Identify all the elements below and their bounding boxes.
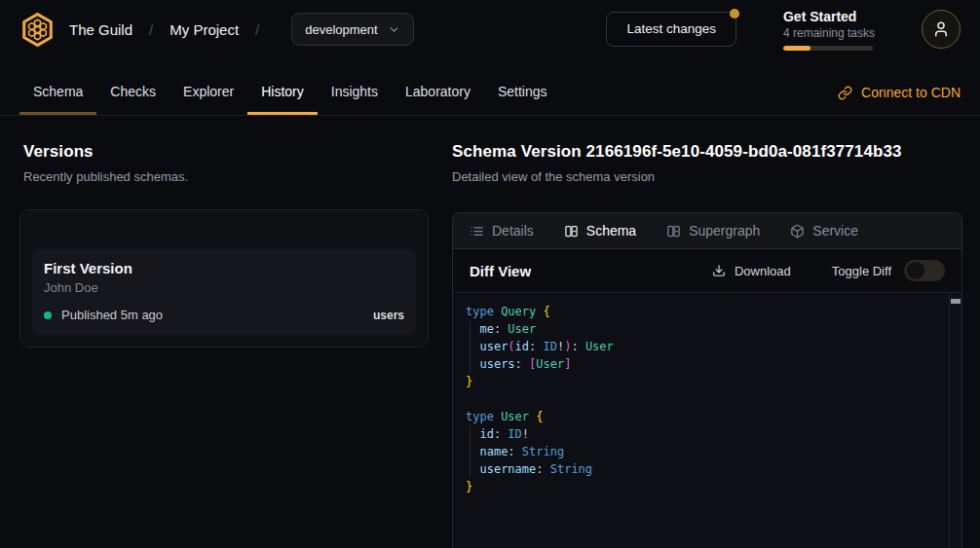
- breadcrumb-project[interactable]: My Project: [170, 21, 239, 38]
- environment-selector[interactable]: development: [291, 13, 413, 46]
- person-icon: [932, 20, 950, 38]
- version-author: John Doe: [44, 280, 404, 295]
- versions-subtitle: Recently published schemas.: [23, 169, 429, 184]
- get-started-progress-bar: [783, 46, 873, 51]
- get-started-progress-fill: [783, 46, 810, 51]
- code-line: name: String: [466, 443, 938, 460]
- toggle-diff-knob: [907, 262, 924, 279]
- diff-view-title: Diff View: [470, 263, 531, 279]
- detail-tabs: DetailsSchemaSupergraphService: [453, 213, 961, 249]
- versions-title: Versions: [23, 142, 429, 162]
- tab-insights[interactable]: Insights: [318, 70, 392, 115]
- tab-history[interactable]: History: [247, 70, 318, 115]
- detail-tab-schema[interactable]: Schema: [564, 223, 636, 238]
- breadcrumb-org[interactable]: The Guild: [69, 21, 132, 38]
- tab-checks[interactable]: Checks: [96, 70, 170, 115]
- connect-to-cdn-label: Connect to CDN: [861, 85, 961, 100]
- breadcrumb-separator: /: [255, 21, 259, 38]
- version-name: First Version: [44, 260, 404, 276]
- app-header: The Guild / My Project / development Lat…: [0, 0, 980, 58]
- tab-explorer[interactable]: Explorer: [170, 70, 247, 115]
- get-started-subtitle: 4 remaining tasks: [783, 26, 875, 40]
- diff-view-actions: Download Toggle Diff: [712, 260, 945, 281]
- main-content: Versions Recently published schemas. Fir…: [0, 116, 980, 548]
- latest-changes-label: Latest changes: [626, 21, 716, 36]
- detail-tab-supergraph[interactable]: Supergraph: [666, 223, 760, 238]
- download-label: Download: [735, 264, 791, 278]
- tab-settings[interactable]: Settings: [484, 70, 561, 115]
- get-started-widget[interactable]: Get Started 4 remaining tasks: [783, 9, 875, 51]
- diff-view-toolbar: Diff View Download Toggle Diff: [453, 249, 961, 293]
- version-service-badge: users: [373, 309, 404, 322]
- list-icon: [470, 224, 484, 238]
- detail-tab-service[interactable]: Service: [790, 223, 858, 238]
- hive-logo[interactable]: [19, 12, 56, 48]
- breadcrumb: The Guild / My Project /: [69, 21, 276, 38]
- tab-schema[interactable]: Schema: [19, 70, 96, 115]
- schema-version-panel: Schema Version 2166196f-5e10-4059-bd0a-0…: [452, 142, 962, 548]
- get-started-title: Get Started: [783, 9, 875, 24]
- version-status: Published 5m ago: [61, 308, 163, 322]
- cube-icon: [790, 224, 805, 238]
- published-status-dot: [44, 311, 52, 319]
- code-line: me: User: [466, 320, 938, 338]
- code-line: }: [466, 373, 938, 390]
- code-line: type Query {: [466, 303, 938, 320]
- schema-code-viewer: type Query { me: User user(id: ID!): Use…: [453, 293, 961, 548]
- columns-icon: [564, 224, 579, 238]
- schema-version-detail-box: DetailsSchemaSupergraphService Diff View…: [452, 212, 962, 548]
- header-right-cluster: Latest changes Get Started 4 remaining t…: [606, 9, 961, 51]
- primary-nav: SchemaChecksExplorerHistoryInsightsLabor…: [0, 70, 980, 116]
- latest-changes-button[interactable]: Latest changes: [606, 12, 736, 47]
- nav-tabs: SchemaChecksExplorerHistoryInsightsLabor…: [19, 70, 561, 115]
- toggle-diff-switch[interactable]: [904, 260, 945, 281]
- download-button[interactable]: Download: [712, 264, 791, 278]
- columns-icon: [666, 224, 681, 238]
- detail-tab-details[interactable]: Details: [470, 223, 534, 238]
- schema-version-title: Schema Version 2166196f-5e10-4059-bd0a-0…: [452, 142, 962, 162]
- connect-to-cdn-link[interactable]: Connect to CDN: [838, 70, 961, 115]
- breadcrumb-separator: /: [149, 21, 153, 38]
- user-avatar[interactable]: [922, 10, 961, 49]
- version-list-item[interactable]: First VersionJohn DoePublished 5m agouse…: [32, 249, 416, 335]
- code-line: }: [466, 478, 938, 495]
- link-icon: [838, 86, 852, 100]
- tab-laboratory[interactable]: Laboratory: [392, 70, 484, 115]
- download-icon: [712, 264, 726, 277]
- versions-panel: Versions Recently published schemas. Fir…: [0, 142, 452, 548]
- code-line: id: ID!: [466, 425, 938, 443]
- code-line: type User {: [466, 408, 938, 425]
- notification-dot: [730, 9, 739, 18]
- toggle-diff-label: Toggle Diff: [832, 264, 891, 278]
- code-content: type Query { me: User user(id: ID!): Use…: [466, 303, 938, 495]
- schema-version-subtitle: Detailed view of the schema version: [452, 169, 962, 184]
- code-line: username: String: [466, 460, 938, 478]
- code-line: users: [User]: [466, 355, 938, 373]
- environment-selector-value: development: [305, 22, 377, 37]
- code-line: user(id: ID!): User: [466, 338, 938, 355]
- code-scrollbar-thumb[interactable]: [951, 299, 961, 304]
- versions-list-card: First VersionJohn DoePublished 5m agouse…: [19, 209, 429, 347]
- chevron-down-icon: [388, 23, 400, 36]
- code-line: [466, 390, 938, 408]
- code-scrollbar: [949, 293, 961, 548]
